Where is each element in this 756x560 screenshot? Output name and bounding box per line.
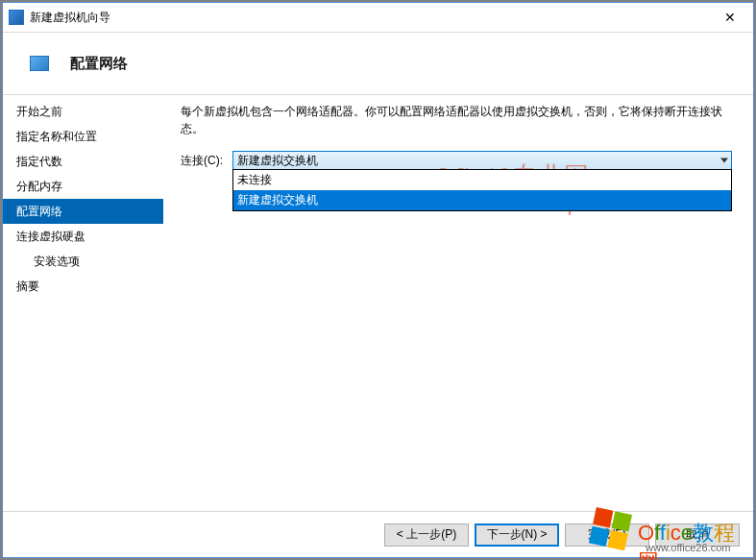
- sidebar-item-memory[interactable]: 分配内存: [3, 174, 163, 199]
- next-button[interactable]: 下一步(N) >: [475, 523, 559, 547]
- finish-button[interactable]: 完成(F): [565, 523, 649, 547]
- sidebar-item-install-options[interactable]: 安装选项: [3, 249, 163, 274]
- page-title: 配置网络: [70, 55, 128, 73]
- sidebar-item-generation[interactable]: 指定代数: [3, 149, 163, 174]
- connection-field: 连接(C): 新建虚拟交换机 未连接 新建虚拟交换机: [181, 151, 732, 170]
- sidebar-item-before-begin[interactable]: 开始之前: [3, 99, 163, 124]
- sidebar-item-virtual-disk[interactable]: 连接虚拟硬盘: [3, 224, 163, 249]
- dropdown-option-new-switch[interactable]: 新建虚拟交换机: [233, 190, 731, 210]
- window-title: 新建虚拟机向导: [30, 10, 713, 26]
- sidebar-item-summary[interactable]: 摘要: [3, 274, 163, 299]
- dropdown-option-not-connected[interactable]: 未连接: [233, 170, 731, 190]
- sidebar-item-network[interactable]: 配置网络: [3, 199, 163, 224]
- sidebar: 开始之前 指定名称和位置 指定代数 分配内存 配置网络 连接虚拟硬盘 安装选项 …: [3, 95, 163, 499]
- connection-dropdown: 未连接 新建虚拟交换机: [232, 169, 732, 211]
- description-text: 每个新虚拟机包含一个网络适配器。你可以配置网络适配器以使用虚拟交换机，否则，它将…: [181, 103, 732, 137]
- connection-label: 连接(C):: [181, 151, 232, 169]
- close-button[interactable]: ✕: [713, 6, 747, 29]
- header-section: 配置网络: [3, 33, 753, 94]
- prev-button[interactable]: < 上一步(P): [384, 523, 469, 547]
- close-icon: ✕: [724, 10, 736, 25]
- sidebar-item-name-location[interactable]: 指定名称和位置: [3, 124, 163, 149]
- titlebar: 新建虚拟机向导 ✕: [3, 3, 753, 32]
- chevron-down-icon: [720, 158, 728, 163]
- wizard-window: 新建虚拟机向导 ✕ 配置网络 开始之前 指定名称和位置 指定代数 分配内存 配置…: [2, 2, 754, 558]
- app-icon: [9, 10, 24, 25]
- combo-value: 新建虚拟交换机: [237, 153, 318, 169]
- content-area: 每个新虚拟机包含一个网络适配器。你可以配置网络适配器以使用虚拟交换机，否则，它将…: [163, 95, 753, 499]
- body: 开始之前 指定名称和位置 指定代数 分配内存 配置网络 连接虚拟硬盘 安装选项 …: [3, 95, 753, 499]
- connection-combo-wrap: 新建虚拟交换机 未连接 新建虚拟交换机: [232, 151, 732, 170]
- connection-combobox[interactable]: 新建虚拟交换机: [232, 151, 732, 170]
- page-icon: [30, 56, 49, 71]
- cancel-button[interactable]: 取消: [655, 523, 740, 547]
- footer: < 上一步(P) 下一步(N) > 完成(F) 取消: [3, 511, 753, 557]
